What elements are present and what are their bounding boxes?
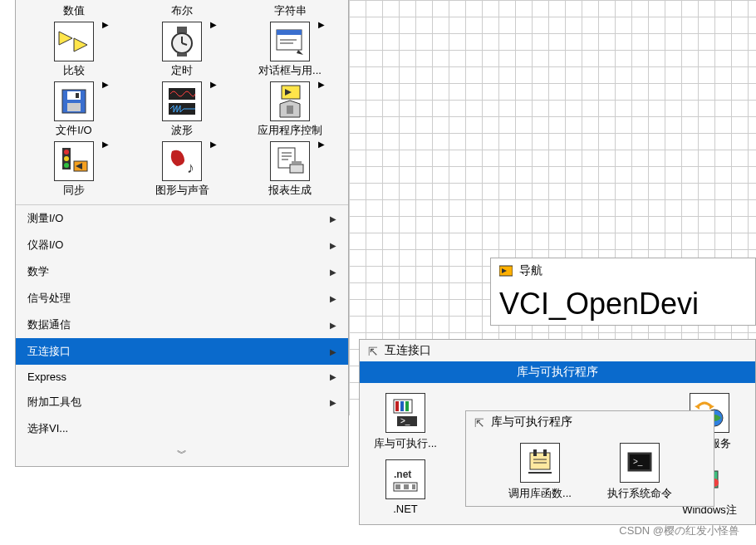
palette-cell-string-label: 字符串: [240, 3, 340, 18]
svg-rect-34: [290, 164, 303, 173]
label: 调用库函数...: [508, 486, 572, 501]
submenu-item-libexec[interactable]: >_ 库与可执行...: [368, 390, 443, 451]
palette-list-item[interactable]: 互连接口▶: [16, 338, 348, 365]
svg-marker-13: [297, 50, 303, 55]
svg-point-25: [64, 156, 69, 161]
label: 库与可执行...: [374, 436, 437, 451]
submenu2-item-syscmd[interactable]: >_ 执行系统命令: [602, 439, 677, 501]
svg-rect-18: [169, 88, 195, 100]
svg-marker-3: [74, 38, 87, 52]
nav-titlebar[interactable]: 导航: [491, 258, 755, 283]
submenu-arrow-icon: ▶: [318, 80, 325, 89]
label: Express: [27, 371, 66, 383]
submenu1-title: 互连接口: [385, 343, 431, 358]
submenu-arrow-icon: ▶: [210, 20, 217, 29]
submenu-arrow-icon: ▶: [330, 347, 336, 356]
svg-point-24: [64, 150, 69, 155]
watch-icon: [162, 22, 202, 61]
appctrl-icon: [270, 81, 310, 121]
nav-title-text: 导航: [519, 263, 542, 278]
palette-list-item[interactable]: Express▶: [16, 365, 348, 389]
submenu-arrow-icon: ▶: [318, 20, 325, 29]
label: 互连接口: [27, 344, 71, 359]
nav-window: 导航 VCI_OpenDevi: [490, 258, 756, 326]
nav-body-text: VCI_OpenDevi: [491, 283, 755, 325]
palette-list-item[interactable]: 测量I/O▶: [16, 205, 348, 232]
svg-rect-37: [395, 401, 399, 411]
pin-icon[interactable]: [368, 345, 380, 356]
expand-chevron[interactable]: ︾: [16, 442, 348, 466]
label: 附加工具包: [27, 395, 81, 410]
submenu-arrow-icon: ▶: [330, 214, 336, 223]
svg-rect-8: [177, 53, 187, 56]
submenu-arrow-icon: ▶: [330, 294, 336, 303]
label: 比较: [63, 63, 85, 78]
submenu-arrow-icon: ▶: [330, 268, 336, 277]
svg-rect-54: [533, 449, 537, 456]
submenu-arrow-icon: ▶: [330, 241, 336, 250]
label: 仪器I/O: [27, 238, 63, 253]
palette-list-item[interactable]: 附加工具包▶: [16, 389, 348, 415]
calllib-icon: [520, 443, 560, 483]
label: 文件I/O: [56, 123, 91, 138]
svg-rect-53: [530, 453, 550, 469]
svg-rect-35: [292, 161, 302, 164]
svg-text:.net: .net: [394, 469, 411, 480]
svg-marker-2: [59, 32, 72, 45]
submenu-arrow-icon: ▶: [210, 80, 217, 89]
palette-item-appcontrol[interactable]: ▶ 应用程序控制: [240, 81, 340, 138]
svg-rect-10: [277, 30, 302, 35]
palette-item-sync[interactable]: ▶ 同步: [24, 141, 124, 198]
compare-icon: [54, 22, 94, 61]
palette-item-timing[interactable]: ▶ 定时: [132, 22, 232, 78]
palette-item-compare[interactable]: ▶ 比较: [24, 22, 124, 78]
functions-palette: 数值 布尔 字符串 ▶ 比较 ▶ 定时 ▶ 对话框与用... ▶: [15, 0, 349, 467]
palette-item-graphics-sound[interactable]: ▶ ♪ 图形与声音: [132, 141, 232, 198]
pin-icon[interactable]: [474, 416, 486, 428]
palette-list-item[interactable]: 选择VI...: [16, 415, 348, 442]
submenu-arrow-icon: ▶: [102, 20, 109, 29]
palette-item-waveform[interactable]: ▶ 波形: [132, 81, 232, 138]
label: 图形与声音: [155, 183, 209, 198]
submenu-arrow-icon: ▶: [330, 321, 336, 330]
svg-rect-44: [395, 484, 400, 489]
label: 布尔: [171, 3, 193, 18]
label: 信号处理: [27, 291, 71, 306]
label: 应用程序控制: [258, 123, 322, 138]
label: 波形: [171, 123, 193, 138]
label: 报表生成: [268, 183, 312, 198]
palette-list-item[interactable]: 数学▶: [16, 258, 348, 285]
submenu-arrow-icon: ▶: [330, 372, 336, 381]
svg-rect-39: [405, 401, 409, 411]
svg-text:>_: >_: [400, 416, 410, 425]
label: 对话框与用...: [258, 63, 322, 78]
submenu-arrow-icon: ▶: [210, 140, 217, 149]
submenu-item-dotnet[interactable]: .net .NET: [368, 456, 443, 515]
palette-item-fileio[interactable]: ▶ 文件I/O: [24, 81, 124, 138]
watermark-text: CSDN @樱の红发小怪兽: [619, 523, 739, 538]
submenu2-item-calllib[interactable]: 调用库函数...: [503, 439, 577, 501]
palette-list-item[interactable]: 数据通信▶: [16, 312, 348, 338]
palette-list-item[interactable]: 信号处理▶: [16, 285, 348, 312]
label: 数学: [27, 264, 49, 279]
report-icon: [270, 141, 310, 181]
dialog-icon: [270, 22, 310, 61]
graphics-icon: ♪: [162, 141, 202, 181]
palette-item-report[interactable]: ▶ 报表生成: [240, 141, 340, 198]
syscmd-icon: >_: [620, 443, 660, 483]
label: 数据通信: [27, 317, 71, 332]
label: 执行系统命令: [607, 486, 672, 501]
submenu2-title: 库与可执行程序: [491, 415, 572, 430]
svg-rect-46: [412, 484, 415, 489]
submenu-arrow-icon: ▶: [102, 140, 109, 149]
svg-rect-17: [76, 93, 79, 98]
svg-rect-16: [67, 103, 81, 111]
submenu1-selected-band[interactable]: 库与可执行程序: [360, 361, 755, 383]
palette-list-item[interactable]: 仪器I/O▶: [16, 232, 348, 258]
palette-item-dialog[interactable]: ▶ 对话框与用...: [240, 22, 340, 78]
svg-text:♪: ♪: [187, 160, 194, 176]
nav-icon: [499, 264, 513, 277]
palette-cell-numeric-label: 数值: [24, 3, 124, 18]
palette-icon-grid: 数值 布尔 字符串 ▶ 比较 ▶ 定时 ▶ 对话框与用... ▶: [16, 0, 348, 204]
submenu1-header: 互连接口: [360, 340, 755, 361]
